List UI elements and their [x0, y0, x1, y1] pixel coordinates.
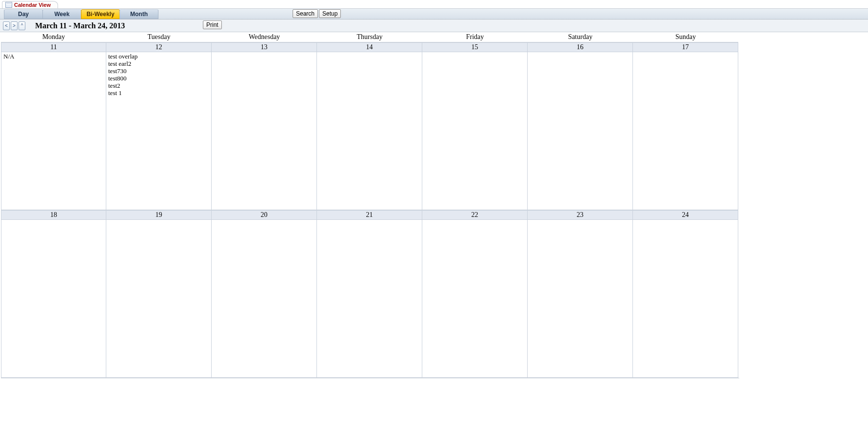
date-number[interactable]: 20 — [212, 210, 317, 220]
weekday-label: Wednesday — [212, 32, 317, 42]
week2-grid — [1, 220, 738, 378]
day-cell[interactable] — [212, 220, 317, 378]
date-number[interactable]: 13 — [212, 42, 317, 52]
date-number[interactable]: 12 — [106, 42, 212, 52]
date-nav-bar: < > ^ March 11 - March 24, 2013 — [0, 19, 868, 32]
tab-bi-weekly[interactable]: Bi-Weekly — [81, 9, 120, 19]
weekday-label: Sunday — [633, 32, 738, 42]
search-button[interactable]: Search — [293, 9, 318, 18]
event-item[interactable]: test730 — [108, 68, 209, 75]
document-tab-calendar-view[interactable]: Calendar View — [2, 1, 58, 8]
event-item[interactable]: test overlap — [108, 53, 209, 60]
day-cell[interactable] — [633, 220, 738, 378]
print-button[interactable]: Print — [203, 20, 222, 29]
day-cell[interactable]: N/A — [1, 52, 106, 210]
day-cell[interactable] — [528, 220, 633, 378]
tab-day[interactable]: Day — [4, 9, 43, 19]
form-icon — [5, 2, 12, 8]
date-number[interactable]: 24 — [633, 210, 738, 220]
event-item[interactable]: N/A — [3, 53, 104, 60]
grid-bottom-border — [1, 378, 739, 380]
document-tab-label: Calendar View — [14, 2, 51, 8]
next-button[interactable]: > — [11, 21, 18, 30]
weekday-label: Monday — [1, 32, 106, 42]
weekday-header-row: Monday Tuesday Wednesday Thursday Friday… — [1, 32, 738, 42]
date-range-title: March 11 - March 24, 2013 — [35, 21, 125, 30]
date-number[interactable]: 14 — [317, 42, 422, 52]
day-cell[interactable] — [106, 220, 212, 378]
event-item[interactable]: test 1 — [108, 90, 209, 97]
day-cell[interactable] — [1, 220, 106, 378]
week1-grid: N/A test overlap test earl2 test730 test… — [1, 52, 738, 210]
date-number[interactable]: 22 — [422, 210, 528, 220]
day-cell[interactable]: test overlap test earl2 test730 test800 … — [106, 52, 212, 210]
date-number[interactable]: 23 — [528, 210, 633, 220]
week1-date-row: 11 12 13 14 15 16 17 — [1, 42, 738, 52]
event-item[interactable]: test earl2 — [108, 60, 209, 68]
day-cell[interactable] — [422, 220, 528, 378]
day-cell[interactable] — [317, 52, 422, 210]
toolbar-center: Search Setup — [293, 9, 341, 18]
day-cell[interactable] — [528, 52, 633, 210]
view-toolbar: Day Week Bi-Weekly Month — [0, 9, 868, 19]
day-cell[interactable] — [212, 52, 317, 210]
date-number[interactable]: 19 — [106, 210, 212, 220]
weekday-label: Thursday — [317, 32, 422, 42]
week2-date-row: 18 19 20 21 22 23 24 — [1, 210, 738, 220]
date-number[interactable]: 11 — [1, 42, 106, 52]
date-number[interactable]: 15 — [422, 42, 528, 52]
weekday-label: Tuesday — [106, 32, 212, 42]
date-number[interactable]: 21 — [317, 210, 422, 220]
prev-button[interactable]: < — [3, 21, 10, 30]
weekday-label: Friday — [422, 32, 528, 42]
tab-month[interactable]: Month — [119, 9, 158, 19]
day-cell[interactable] — [317, 220, 422, 378]
day-cell[interactable] — [422, 52, 528, 210]
up-button[interactable]: ^ — [19, 21, 25, 30]
weekday-label: Saturday — [528, 32, 633, 42]
event-item[interactable]: test800 — [108, 75, 209, 82]
date-number[interactable]: 18 — [1, 210, 106, 220]
day-cell[interactable] — [633, 52, 738, 210]
date-number[interactable]: 16 — [528, 42, 633, 52]
date-number[interactable]: 17 — [633, 42, 738, 52]
setup-button[interactable]: Setup — [319, 9, 341, 18]
tab-week[interactable]: Week — [42, 9, 81, 19]
document-tab-bar: Calendar View — [0, 0, 868, 9]
event-item[interactable]: test2 — [108, 82, 209, 90]
